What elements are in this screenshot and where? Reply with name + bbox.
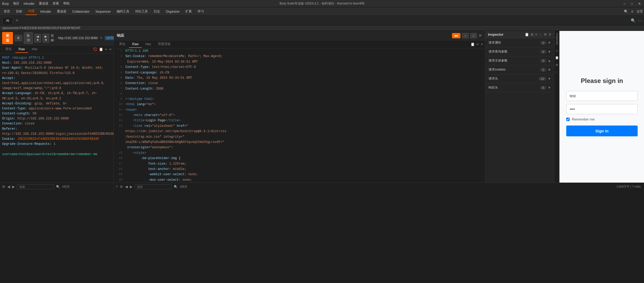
resp-tab-raw[interactable]: Raw (129, 41, 142, 48)
inspector-settings-icon[interactable]: ⚙ (544, 33, 547, 36)
resp-newline-icon[interactable]: ↵ (476, 42, 479, 46)
inspector-dots-icon[interactable]: ⋮ (539, 33, 542, 36)
signin-button[interactable]: Sign in (566, 126, 638, 136)
bottom-nav-back2[interactable]: ◀ (125, 185, 128, 189)
bottom-gear-icon[interactable]: ⚙ (2, 185, 5, 189)
maximize-button[interactable]: □ (630, 2, 634, 6)
edit-icon[interactable]: ✎ (100, 36, 103, 40)
req-line-6: Accept-Encoding: gzip, deflate, br (2, 101, 111, 106)
resp-layout-btn3[interactable]: □ (470, 33, 477, 38)
login-title: Please sign in (581, 77, 623, 85)
nav-target[interactable]: 目标 (13, 8, 25, 15)
resp-toggle-icon[interactable]: 📋 (471, 42, 475, 46)
inspector-copy-icon[interactable]: 📋 (525, 33, 529, 36)
bottom-gear-icon2[interactable]: ⚙ (120, 185, 123, 189)
cancel-button[interactable]: 取消 (24, 32, 33, 44)
tab-hex[interactable]: Hex (29, 46, 40, 53)
menu-view[interactable]: 查看 (53, 1, 59, 6)
inspector-row-response-headers[interactable]: 响应头 6 ▼ (485, 83, 554, 92)
rail-icon-1[interactable]: ≡ (556, 49, 558, 52)
nav-intruder[interactable]: Intruder (38, 9, 54, 15)
inspector-row-cookies[interactable]: 请求cookies 1 ▼ (485, 65, 554, 74)
nav-logger[interactable]: 日志 (151, 8, 163, 15)
rail-icon-3[interactable]: ⊞ (556, 63, 558, 67)
minimize-button[interactable]: ─ (622, 2, 627, 6)
menu-repeater[interactable]: 重放器 (39, 1, 48, 6)
rail-icon-4[interactable]: ↔ (555, 70, 558, 73)
resp-tab-render[interactable]: 页面渲染 (155, 40, 174, 48)
bottom-nav-back[interactable]: ◀ (7, 185, 10, 189)
menu-help[interactable]: 帮助 (63, 1, 70, 6)
resp-close-icon[interactable]: ✕ (478, 33, 482, 38)
tab-search-area: 🔍 ⋯ (631, 18, 642, 23)
response-content-tabs: 美化 Raw Hex 页面渲染 📋 ↵ ≡ (114, 40, 485, 48)
newline-icon[interactable]: ↵ (105, 47, 108, 51)
settings-icon[interactable]: ⚙ (631, 10, 634, 13)
copy-icon[interactable]: 📋 (99, 47, 103, 51)
nav-back-button[interactable]: ◀ ▼ (34, 34, 41, 43)
request-search-input[interactable] (17, 184, 54, 189)
nav-repeater[interactable]: 重放器 (54, 8, 69, 15)
nav-proxy[interactable]: 代理 (25, 8, 37, 15)
inspector-row-request-attrs[interactable]: 请求属性 2 ▼ (485, 38, 554, 47)
code-line-14d: sha256-L/W5WfqfaOsdBNIKN9cG6QA5F2qx4qICm… (114, 140, 485, 145)
nav-home[interactable]: 首页 (1, 8, 13, 15)
request-body[interactable]: POST /doLogin HTTP/1.1 Host: 192.168.218… (0, 53, 113, 183)
main-panels: 发送 ⚙ 取消 ◀ ▼ ▶ ▼ 目标: http://192.168.218.1… (0, 31, 644, 183)
nav-organizer[interactable]: Organizer (163, 9, 182, 15)
inspector-row-request-headers[interactable]: 请求头 12 ▼ (485, 74, 554, 83)
bottom-nav-fwd2[interactable]: ▶ (130, 185, 133, 189)
inspector-row-body-params[interactable]: 请求主体参数 3 ▲ (485, 56, 554, 65)
password-input[interactable] (566, 104, 638, 114)
send-options-button[interactable]: ⚙ (15, 35, 22, 41)
resp-layout-btn2[interactable]: ─ (462, 33, 469, 38)
req-line-13: Upgrade-Insecure-Requests: 1 (2, 142, 111, 147)
tab-raw[interactable]: Raw (15, 46, 28, 53)
search-go-icon2[interactable]: 🔍 (174, 185, 178, 189)
close-button[interactable]: ✕ (637, 2, 642, 6)
menu-icon[interactable]: ≡ (109, 47, 111, 51)
inspector-section-query-params: 请求查询参数 0 ▼ (485, 47, 554, 56)
search-icon[interactable]: 🔍 (624, 10, 628, 13)
tab-dots-icon[interactable]: ⋯ (638, 18, 642, 23)
no-wrap-icon[interactable]: 🚫 (93, 47, 97, 51)
search-go-icon[interactable]: 🔍 (56, 185, 60, 189)
menu-burp[interactable]: Burp (2, 2, 9, 6)
resp-layout-btn1[interactable]: ■■ (452, 33, 460, 38)
target-label: 目标: (51, 34, 56, 43)
response-title: 响应 (117, 33, 124, 38)
nav-comparer[interactable]: 对比工具 (133, 8, 150, 15)
send-button[interactable]: 发送 (2, 32, 13, 44)
inspector-list-icon[interactable]: ≡ (535, 33, 537, 36)
rail-icon-2[interactable]: 📋 (555, 56, 559, 59)
remember-checkbox[interactable] (566, 118, 570, 121)
nav-sequencer[interactable]: Sequencer (93, 9, 113, 15)
response-search-input[interactable] (135, 184, 172, 189)
resp-tab-beautify[interactable]: 美化 (116, 40, 129, 48)
nav-collaborator[interactable]: Collaborator (70, 9, 92, 15)
bottom-help-icon[interactable]: ? (116, 185, 118, 189)
inspector-close-icon[interactable]: ✕ (549, 33, 551, 36)
nav-fwd-button[interactable]: ▶ ▼ (43, 34, 49, 43)
nav-extensions[interactable]: 扩展 (183, 8, 194, 15)
inspector-header: Inspector 📋 ⊞ ≡ ⋮ ⚙ ✕ (485, 31, 554, 38)
response-panel: 响应 ■■ ─ □ ✕ 美化 Raw Hex 页面渲染 📋 ↵ ≡ 1 (114, 31, 485, 183)
bottom-nav-fwd[interactable]: ▶ (12, 185, 15, 189)
username-input[interactable] (566, 91, 638, 101)
tab-beautify[interactable]: 美化 (2, 45, 15, 53)
nav-encoder[interactable]: 编码工具 (114, 8, 132, 15)
menu-project[interactable]: 项目 (13, 1, 19, 6)
nav-learn[interactable]: 学习 (195, 8, 207, 15)
req-body-line: username=test&password=test&rememberme=r… (2, 152, 111, 157)
response-code-area[interactable]: 1 HTTP/1.1 200 2 Set-Cookie: rememberMe=… (114, 48, 485, 183)
add-tab-button[interactable]: + (14, 18, 20, 23)
inspector-grid-icon[interactable]: ⊞ (531, 33, 533, 36)
inspector-row-query-params[interactable]: 请求查询参数 0 ▼ (485, 47, 554, 56)
tab-1[interactable]: At (2, 17, 13, 24)
resp-tab-hex[interactable]: Hex (142, 41, 154, 48)
tab-search-icon[interactable]: 🔍 (631, 18, 636, 23)
resp-menu-icon[interactable]: ≡ (481, 42, 483, 46)
menu-intruder[interactable]: Intruder (24, 2, 34, 6)
title-bar: Burp 项目 Intruder 重放器 查看 帮助 Burp Suite专业版… (0, 0, 644, 7)
settings-label[interactable]: 设置 (637, 9, 643, 14)
